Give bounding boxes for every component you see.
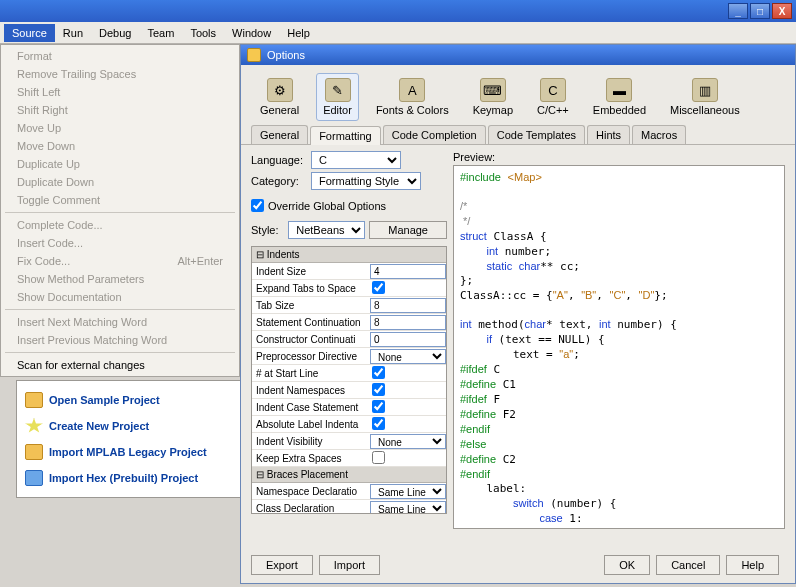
mi-move-down[interactable]: Move Down [1,137,239,155]
editor-icon: ✎ [325,78,351,102]
manage-button[interactable]: Manage [369,221,447,239]
subtab-macros[interactable]: Macros [632,125,686,144]
mi-scan-external[interactable]: Scan for external changes [1,356,239,374]
folder-icon [25,392,43,408]
subtab-general[interactable]: General [251,125,308,144]
style-label: Style: [251,224,284,236]
options-icon [247,48,261,62]
proj-import-legacy[interactable]: Import MPLAB Legacy Project [21,439,236,465]
mi-complete-code[interactable]: Complete Code... [1,216,239,234]
proj-create-new[interactable]: Create New Project [21,413,236,439]
prop-name: Expand Tabs to Space [252,283,370,294]
menu-separator [5,352,235,353]
cat-ccpp[interactable]: CC/C++ [530,73,576,121]
mi-show-documentation[interactable]: Show Documentation [1,288,239,306]
minimize-button[interactable]: _ [728,3,748,19]
preview-code: #include <Map> /* */ struct ClassA { int… [453,165,785,529]
prop-group-header: ⊟ Braces Placement [252,467,446,483]
override-global-checkbox[interactable] [251,199,264,212]
prop-value-input[interactable]: Same Line [370,484,446,499]
cat-editor[interactable]: ✎Editor [316,73,359,121]
menu-debug[interactable]: Debug [91,24,139,42]
prop-row: Indent Case Statement [252,399,446,416]
mi-move-up[interactable]: Move Up [1,119,239,137]
mi-toggle-comment[interactable]: Toggle Comment [1,191,239,209]
subtab-templates[interactable]: Code Templates [488,125,585,144]
help-button[interactable]: Help [726,555,779,575]
window-titlebar: _ □ X [0,0,796,22]
source-menu-dropdown: Format Remove Trailing Spaces Shift Left… [0,44,240,377]
prop-row: Preprocessor DirectiveNone [252,348,446,365]
prop-row: Indent Namespaces [252,382,446,399]
mi-shift-left[interactable]: Shift Left [1,83,239,101]
maximize-button[interactable]: □ [750,3,770,19]
prop-value-input[interactable] [370,315,446,330]
main-menubar: Source Run Debug Team Tools Window Help [0,22,796,44]
prop-group-header: ⊟ Indents [252,247,446,263]
prop-value-input[interactable]: None [370,434,446,449]
menu-help[interactable]: Help [279,24,318,42]
cat-misc[interactable]: ▥Miscellaneous [663,73,747,121]
mi-shift-right[interactable]: Shift Right [1,101,239,119]
prop-value-input[interactable] [372,383,385,396]
subtab-formatting[interactable]: Formatting [310,126,381,145]
prop-value-input[interactable] [372,451,385,464]
menu-source[interactable]: Source [4,24,55,42]
prop-value-input[interactable] [372,417,385,430]
prop-value-input[interactable] [370,298,446,313]
ok-button[interactable]: OK [604,555,650,575]
menu-run[interactable]: Run [55,24,91,42]
cat-embedded[interactable]: ▬Embedded [586,73,653,121]
prop-name: Indent Namespaces [252,385,370,396]
keymap-icon: ⌨ [480,78,506,102]
mi-show-method-params[interactable]: Show Method Parameters [1,270,239,288]
subtab-hints[interactable]: Hints [587,125,630,144]
prop-name: Indent Case Statement [252,402,370,413]
mi-duplicate-up[interactable]: Duplicate Up [1,155,239,173]
cpp-icon: C [540,78,566,102]
cat-general[interactable]: ⚙General [253,73,306,121]
prop-name: Preprocessor Directive [252,351,370,362]
proj-import-hex[interactable]: Import Hex (Prebuilt) Project [21,465,236,491]
mi-duplicate-down[interactable]: Duplicate Down [1,173,239,191]
cat-keymap[interactable]: ⌨Keymap [466,73,520,121]
prop-value-input[interactable] [370,264,446,279]
mi-fix-code[interactable]: Fix Code...Alt+Enter [1,252,239,270]
menu-separator [5,309,235,310]
menu-team[interactable]: Team [139,24,182,42]
property-list[interactable]: ⊟ IndentsIndent SizeExpand Tabs to Space… [251,246,447,514]
prop-name: Absolute Label Indenta [252,419,370,430]
embedded-icon: ▬ [606,78,632,102]
prop-row: Absolute Label Indenta [252,416,446,433]
override-label: Override Global Options [268,200,386,212]
export-button[interactable]: Export [251,555,313,575]
prop-row: Tab Size [252,297,446,314]
proj-open-sample[interactable]: Open Sample Project [21,387,236,413]
mi-remove-trailing[interactable]: Remove Trailing Spaces [1,65,239,83]
style-select[interactable]: NetBeans [288,221,365,239]
language-select[interactable]: C [311,151,401,169]
fonts-icon: A [399,78,425,102]
cancel-button[interactable]: Cancel [656,555,720,575]
import-button[interactable]: Import [319,555,380,575]
prop-value-input[interactable]: None [370,349,446,364]
menu-window[interactable]: Window [224,24,279,42]
prop-name: Indent Size [252,266,370,277]
mi-insert-code[interactable]: Insert Code... [1,234,239,252]
mi-insert-prev-match[interactable]: Insert Previous Matching Word [1,331,239,349]
mi-insert-next-match[interactable]: Insert Next Matching Word [1,313,239,331]
prop-value-input[interactable] [370,332,446,347]
prop-value-input[interactable]: Same Line [370,501,446,515]
prop-value-input[interactable] [372,281,385,294]
menu-tools[interactable]: Tools [182,24,224,42]
mi-format[interactable]: Format [1,47,239,65]
dialog-button-bar: Export Import OK Cancel Help [251,555,785,575]
prop-name: Namespace Declaratio [252,486,370,497]
category-select[interactable]: Formatting Style [311,172,421,190]
cat-fonts[interactable]: AFonts & Colors [369,73,456,121]
subtab-completion[interactable]: Code Completion [383,125,486,144]
prop-value-input[interactable] [372,366,385,379]
formatting-left-column: Language:C Category:Formatting Style Ove… [251,151,447,529]
prop-value-input[interactable] [372,400,385,413]
close-button[interactable]: X [772,3,792,19]
